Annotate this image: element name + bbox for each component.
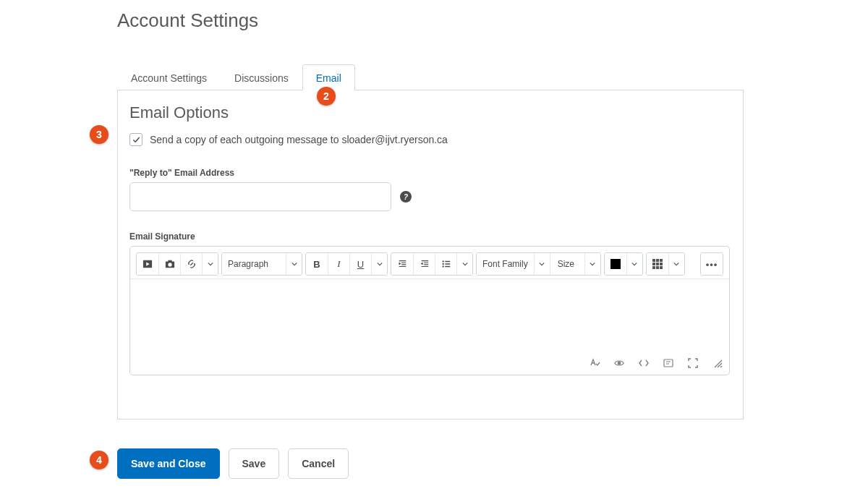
format-dropdown[interactable] xyxy=(371,253,387,275)
help-icon[interactable]: ? xyxy=(400,191,412,203)
font-size-select[interactable]: Size xyxy=(550,253,584,275)
svg-point-4 xyxy=(442,260,443,262)
email-panel: Email Options Send a copy of each outgoi… xyxy=(117,90,744,420)
list-icon xyxy=(441,259,451,269)
chevron-down-icon xyxy=(208,261,213,267)
list-dropdown[interactable] xyxy=(456,253,472,275)
reply-to-label: "Reply to" Email Address xyxy=(129,168,730,178)
accessibility-button[interactable] xyxy=(613,357,625,369)
annotation-3: 3 xyxy=(90,125,109,144)
annotation-4: 4 xyxy=(90,451,109,469)
outdent-icon xyxy=(420,259,430,269)
svg-rect-2 xyxy=(168,260,171,263)
outdent-button[interactable] xyxy=(413,253,435,275)
svg-point-5 xyxy=(442,263,443,265)
tab-discussions[interactable]: Discussions xyxy=(221,64,302,90)
table-icon xyxy=(652,259,663,269)
reply-to-input[interactable] xyxy=(129,182,391,211)
save-button[interactable]: Save xyxy=(229,448,280,479)
chevron-down-icon xyxy=(673,261,679,267)
bullet-list-button[interactable] xyxy=(435,253,456,275)
resize-icon xyxy=(712,357,723,369)
signature-label: Email Signature xyxy=(129,231,730,242)
chevron-down-icon xyxy=(539,261,545,267)
svg-point-6 xyxy=(442,265,443,267)
chevron-down-icon xyxy=(631,261,637,267)
tab-account-settings[interactable]: Account Settings xyxy=(117,64,221,90)
insert-image-button[interactable] xyxy=(158,253,180,275)
spellcheck-icon xyxy=(589,357,600,369)
paragraph-select[interactable]: Paragraph xyxy=(222,253,286,275)
play-icon xyxy=(142,259,153,269)
send-copy-checkbox[interactable] xyxy=(129,133,142,146)
font-family-dropdown[interactable] xyxy=(534,253,550,275)
camera-icon xyxy=(165,259,175,269)
cancel-button[interactable]: Cancel xyxy=(288,448,349,479)
link-icon xyxy=(187,259,197,269)
preview-button[interactable] xyxy=(663,357,674,369)
checkmark-icon xyxy=(132,136,140,144)
send-copy-label: Send a copy of each outgoing message to … xyxy=(142,134,448,145)
annotation-2: 2 xyxy=(317,87,336,106)
indent-button[interactable] xyxy=(391,253,413,275)
tabs: Account Settings Discussions Email xyxy=(117,64,868,90)
chevron-down-icon xyxy=(462,261,468,267)
fullscreen-button[interactable] xyxy=(687,357,699,369)
fullscreen-icon xyxy=(687,357,699,369)
preview-icon xyxy=(663,357,674,369)
text-color-button[interactable] xyxy=(605,253,626,275)
chevron-down-icon xyxy=(292,261,297,267)
svg-point-7 xyxy=(618,362,621,365)
source-code-button[interactable] xyxy=(638,357,650,369)
editor-content-area[interactable] xyxy=(130,279,729,352)
link-dropdown[interactable] xyxy=(202,253,218,275)
section-heading: Email Options xyxy=(129,103,730,122)
table-dropdown[interactable] xyxy=(668,253,684,275)
resize-handle[interactable] xyxy=(712,357,723,369)
italic-button[interactable]: I xyxy=(328,253,349,275)
spellcheck-button[interactable] xyxy=(589,357,600,369)
bold-button[interactable]: B xyxy=(306,253,328,275)
paragraph-dropdown[interactable] xyxy=(286,253,302,275)
svg-rect-8 xyxy=(664,359,673,367)
page-title: Account Settings xyxy=(117,0,868,46)
insert-media-button[interactable] xyxy=(137,253,158,275)
table-button[interactable] xyxy=(647,253,668,275)
font-size-dropdown[interactable] xyxy=(584,253,600,275)
rich-text-editor: Paragraph B I U xyxy=(129,246,730,375)
code-icon xyxy=(638,357,650,369)
eye-icon xyxy=(613,357,625,369)
insert-link-button[interactable] xyxy=(180,253,202,275)
dots-icon: ••• xyxy=(706,259,718,270)
svg-point-3 xyxy=(168,263,171,266)
more-actions-button[interactable]: ••• xyxy=(701,253,723,275)
text-color-dropdown[interactable] xyxy=(626,253,642,275)
font-family-select[interactable]: Font Family xyxy=(477,253,534,275)
chevron-down-icon xyxy=(590,261,595,267)
chevron-down-icon xyxy=(377,261,383,267)
indent-icon xyxy=(397,259,407,269)
editor-toolbar: Paragraph B I U xyxy=(130,247,729,279)
editor-footer xyxy=(130,352,729,375)
save-and-close-button[interactable]: Save and Close xyxy=(117,448,220,479)
underline-button[interactable]: U xyxy=(349,253,371,275)
action-buttons: Save and Close Save Cancel xyxy=(117,420,868,493)
